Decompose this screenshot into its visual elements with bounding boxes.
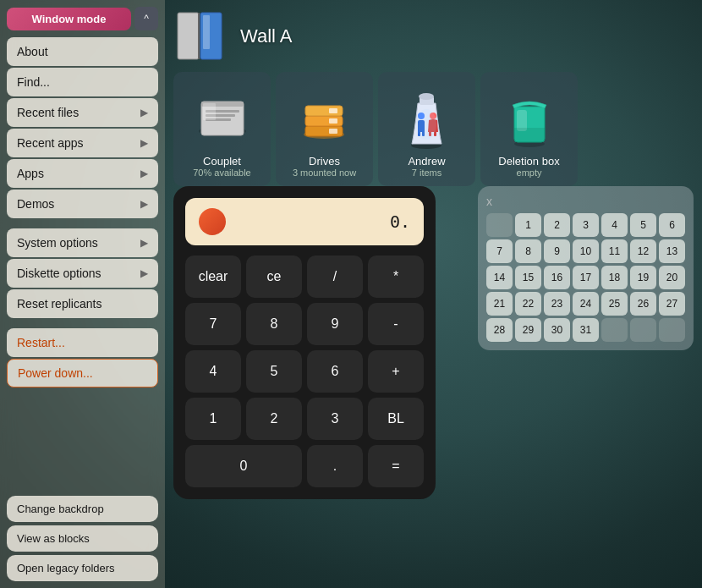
- chevron-right-icon: ▶: [140, 198, 148, 210]
- sidebar-item-label: System options: [17, 236, 98, 250]
- calc-btn-clear[interactable]: clear: [185, 256, 241, 298]
- sidebar-item-demos[interactable]: Demos ▶: [7, 190, 158, 218]
- drive-sub: 3 mounted now: [293, 168, 356, 178]
- sidebar: Window mode ^ About Find... Recent files…: [0, 0, 165, 588]
- drives-row: Couplet 70% available Drives 3 moun: [173, 72, 694, 186]
- sidebar-item-recent-files[interactable]: Recent files ▶: [7, 98, 158, 127]
- sidebar-item-diskette-options[interactable]: Diskette options ▶: [7, 259, 158, 288]
- calc-btn-2[interactable]: 2: [246, 398, 302, 440]
- drive-deletion-box[interactable]: Deletion box empty: [480, 72, 578, 186]
- calc-btn-4[interactable]: 4: [185, 350, 241, 393]
- cal-cell-29[interactable]: 29: [515, 318, 541, 342]
- andrew-icon: [398, 86, 457, 150]
- sidebar-item-open-legacy-folders[interactable]: Open legacy folders: [7, 555, 158, 581]
- sidebar-item-label: Power down...: [18, 366, 93, 380]
- drive-sub: 7 items: [412, 168, 441, 178]
- svg-point-28: [416, 109, 436, 140]
- cal-cell-5[interactable]: 5: [630, 213, 656, 237]
- svg-rect-15: [329, 108, 337, 113]
- sidebar-item-label: About: [17, 45, 48, 58]
- sidebar-item-change-backdrop[interactable]: Change backdrop: [7, 496, 158, 522]
- sidebar-item-recent-apps[interactable]: Recent apps ▶: [7, 129, 158, 157]
- cal-cell-empty: [659, 318, 685, 342]
- cal-cell-13[interactable]: 13: [659, 239, 685, 263]
- drive-name: Deletion box: [498, 155, 559, 168]
- sidebar-item-restart[interactable]: Restart...: [7, 328, 158, 357]
- cal-cell-31[interactable]: 31: [573, 318, 599, 342]
- calc-btn-plus[interactable]: +: [368, 350, 424, 393]
- cal-cell-20[interactable]: 20: [659, 266, 685, 289]
- drive-andrew[interactable]: Andrew 7 items: [378, 72, 475, 186]
- calc-btn-9[interactable]: 9: [307, 303, 363, 345]
- cal-cell-8[interactable]: 8: [515, 239, 541, 263]
- cal-cell-17[interactable]: 17: [573, 266, 599, 289]
- cal-cell-23[interactable]: 23: [544, 292, 570, 316]
- cal-cell-24[interactable]: 24: [573, 292, 599, 316]
- cal-cell-15[interactable]: 15: [515, 266, 541, 289]
- sidebar-item-label: Find...: [17, 75, 50, 89]
- sidebar-item-apps[interactable]: Apps ▶: [7, 159, 158, 188]
- calc-btn-multiply[interactable]: *: [368, 256, 424, 298]
- sidebar-item-system-options[interactable]: System options ▶: [7, 228, 158, 257]
- sidebar-item-label: Restart...: [17, 336, 65, 349]
- calc-btn-8[interactable]: 8: [246, 303, 302, 345]
- cal-cell-27[interactable]: 27: [659, 292, 685, 316]
- cal-cell-26[interactable]: 26: [630, 292, 656, 316]
- calc-btn-1[interactable]: 1: [185, 398, 241, 440]
- calc-btn-5[interactable]: 5: [246, 350, 302, 393]
- cal-cell-empty: [630, 318, 656, 342]
- cal-cell-25[interactable]: 25: [601, 292, 628, 316]
- cal-cell-9[interactable]: 9: [544, 239, 570, 263]
- sidebar-item-label: Demos: [17, 197, 54, 211]
- chevron-right-icon: ▶: [140, 107, 148, 118]
- sidebar-bottom-label: Change backdrop: [17, 503, 104, 515]
- calc-btn-0[interactable]: 0: [185, 445, 302, 487]
- calc-btn-6[interactable]: 6: [307, 350, 363, 393]
- sidebar-item-find[interactable]: Find...: [7, 68, 158, 96]
- cal-cell-11[interactable]: 11: [601, 239, 628, 263]
- caret-button[interactable]: ^: [134, 7, 158, 30]
- drive-sub: empty: [517, 168, 542, 178]
- calc-btn-divide[interactable]: /: [307, 256, 363, 298]
- cal-cell-22[interactable]: 22: [515, 292, 541, 316]
- sidebar-item-powerdown[interactable]: Power down...: [7, 359, 158, 387]
- drive-drives[interactable]: Drives 3 mounted now: [276, 72, 373, 186]
- sidebar-item-label: Apps: [17, 167, 44, 180]
- calc-btn-ce[interactable]: ce: [246, 256, 302, 298]
- calc-btn-7[interactable]: 7: [185, 303, 241, 345]
- cal-cell-7[interactable]: 7: [486, 239, 513, 263]
- cal-cell-4[interactable]: 4: [601, 213, 628, 237]
- sidebar-item-reset-replicants[interactable]: Reset replicants: [7, 289, 158, 318]
- cal-cell-21[interactable]: 21: [486, 292, 513, 316]
- cal-cell-3[interactable]: 3: [573, 213, 599, 237]
- calc-btn-equals[interactable]: =: [368, 445, 424, 487]
- sidebar-item-about[interactable]: About: [7, 37, 158, 66]
- window-mode-bar: Window mode ^: [7, 7, 158, 30]
- window-mode-button[interactable]: Window mode: [7, 8, 131, 30]
- calc-btn-bl[interactable]: BL: [368, 398, 424, 440]
- sidebar-bottom: Change backdrop View as blocks Open lega…: [7, 496, 158, 581]
- calc-buttons: clearce/*789-456+123BL0.=: [185, 256, 424, 487]
- sidebar-item-label: Recent files: [17, 106, 79, 119]
- cal-cell-14[interactable]: 14: [486, 266, 513, 289]
- sidebar-bottom-label: View as blocks: [17, 532, 90, 545]
- cal-cell-19[interactable]: 19: [630, 266, 656, 289]
- sidebar-item-view-as-blocks[interactable]: View as blocks: [7, 525, 158, 552]
- cal-cell-16[interactable]: 16: [544, 266, 570, 289]
- cal-cell-10[interactable]: 10: [573, 239, 599, 263]
- cal-cell-28[interactable]: 28: [486, 318, 513, 342]
- calc-btn-minus[interactable]: -: [368, 303, 424, 345]
- svg-rect-16: [329, 118, 337, 124]
- cal-cell-1[interactable]: 1: [515, 213, 541, 237]
- cal-cell-30[interactable]: 30: [544, 318, 570, 342]
- calendar-panel: x 12345678910111213141516171819202122232…: [478, 186, 694, 350]
- sidebar-item-label: Recent apps: [17, 136, 84, 150]
- page-title: Wall A: [240, 25, 293, 47]
- cal-cell-6[interactable]: 6: [659, 213, 685, 237]
- drive-couplet[interactable]: Couplet 70% available: [173, 72, 271, 186]
- cal-cell-12[interactable]: 12: [630, 239, 656, 263]
- cal-cell-18[interactable]: 18: [601, 266, 628, 289]
- cal-cell-2[interactable]: 2: [544, 213, 570, 237]
- calc-btn-dot[interactable]: .: [307, 445, 363, 487]
- calc-btn-3[interactable]: 3: [307, 398, 363, 440]
